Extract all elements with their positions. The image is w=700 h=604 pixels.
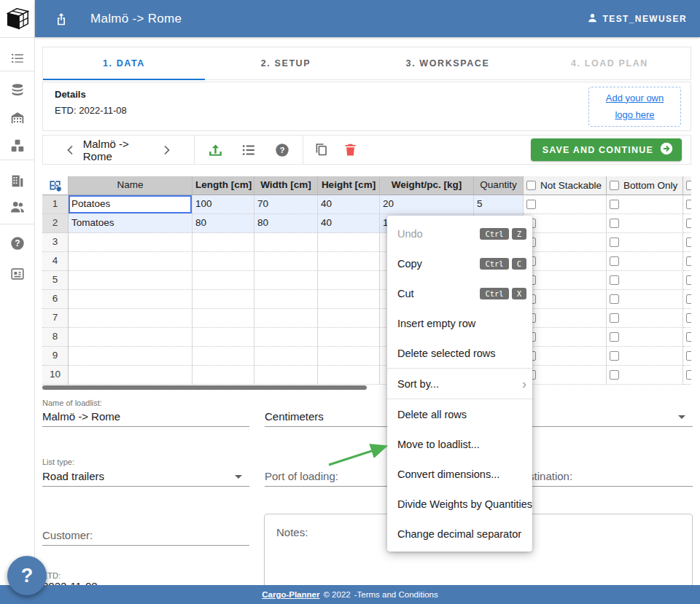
cell-height[interactable] — [318, 233, 380, 252]
row-number[interactable]: 10 — [42, 366, 69, 385]
cell-name[interactable] — [69, 309, 192, 328]
column-header-name[interactable]: Name — [69, 176, 192, 195]
row-number[interactable]: 7 — [42, 309, 69, 328]
cell-extra-checkbox[interactable] — [683, 233, 691, 252]
tab-data[interactable]: 1. DATA — [43, 47, 205, 79]
select-all-checkbox[interactable] — [686, 181, 691, 190]
row-number[interactable]: 1 — [42, 195, 69, 214]
checkbox[interactable] — [610, 238, 619, 247]
cell-name[interactable] — [69, 347, 192, 366]
cell-name[interactable] — [69, 233, 192, 252]
tab-setup[interactable]: 2. SETUP — [205, 47, 367, 79]
cell-length[interactable] — [192, 347, 254, 366]
row-number[interactable]: 9 — [42, 347, 69, 366]
checkbox[interactable] — [686, 238, 691, 247]
chevron-down-icon[interactable] — [678, 415, 685, 419]
cell-height[interactable] — [318, 347, 380, 366]
sidebar-item-equipment[interactable] — [9, 138, 26, 154]
cell-not_stackable-checkbox[interactable] — [524, 328, 607, 347]
sidebar-item-company[interactable] — [9, 173, 26, 189]
column-header-height[interactable]: Height [cm] — [318, 176, 380, 195]
checkbox[interactable] — [686, 370, 691, 380]
chevron-left-icon[interactable] — [59, 137, 83, 163]
cell-width[interactable]: 70 — [254, 195, 318, 214]
cell-bottom_only-checkbox[interactable] — [607, 214, 683, 233]
copy-rows-icon[interactable] — [308, 137, 334, 163]
cell-bottom_only-checkbox[interactable] — [607, 271, 683, 290]
cell-length[interactable]: 80 — [192, 214, 254, 233]
cell-extra-checkbox[interactable] — [683, 271, 691, 290]
footer-terms-link[interactable]: -Terms and Conditions — [354, 590, 438, 599]
cell-bottom_only-checkbox[interactable] — [607, 309, 683, 328]
app-logo[interactable] — [3, 4, 32, 34]
menu-item-delete-selected-rows[interactable]: Delete selected rows — [387, 338, 532, 368]
cell-name[interactable] — [69, 252, 192, 271]
cell-extra-checkbox[interactable] — [683, 328, 691, 347]
menu-item-divide-weights-by-quantities[interactable]: Divide Weights by Quantities — [387, 489, 532, 519]
cell-name[interactable] — [69, 366, 192, 385]
cell-extra-checkbox[interactable] — [683, 252, 691, 271]
cell-height[interactable] — [318, 328, 380, 347]
select-all-checkbox[interactable] — [526, 181, 536, 190]
chevron-down-icon[interactable] — [235, 475, 242, 479]
cell-length[interactable] — [192, 309, 254, 328]
menu-item-sort-by[interactable]: Sort by...› — [387, 369, 532, 399]
cell-not_stackable-checkbox[interactable] — [524, 309, 607, 328]
column-header-not_stackable[interactable]: Not Stackable — [524, 176, 607, 195]
sidebar-item-help[interactable]: ? — [9, 235, 26, 251]
cell-height[interactable] — [318, 309, 380, 328]
cell-extra-checkbox[interactable] — [683, 214, 691, 233]
cell-not_stackable-checkbox[interactable] — [524, 195, 607, 214]
menu-item-insert-empty-row[interactable]: Insert empty row — [387, 308, 532, 338]
cell-width[interactable]: 80 — [254, 214, 318, 233]
checkbox[interactable] — [526, 200, 536, 209]
cell-name[interactable]: Tomatoes — [69, 214, 192, 233]
menu-item-cut[interactable]: CutCtrlX — [387, 278, 532, 308]
cell-width[interactable] — [254, 271, 318, 290]
cell-extra-checkbox[interactable] — [683, 195, 691, 214]
cell-extra-checkbox[interactable] — [683, 309, 691, 328]
cell-extra-checkbox[interactable] — [683, 347, 691, 366]
row-number[interactable]: 6 — [42, 290, 69, 309]
cell-width[interactable] — [254, 366, 318, 385]
cell-width[interactable] — [254, 328, 318, 347]
cell-bottom_only-checkbox[interactable] — [607, 252, 683, 271]
add-logo-link[interactable]: Add your own logo here — [599, 90, 672, 124]
add-logo-dropzone[interactable]: Add your own logo here — [588, 87, 681, 127]
menu-item-move-to-loadlist[interactable]: Move to loadlist... — [387, 429, 532, 459]
menu-item-copy[interactable]: CopyCtrlC — [387, 248, 532, 278]
column-header-extra[interactable] — [683, 176, 691, 195]
cell-length[interactable]: 100 — [192, 195, 254, 214]
row-number[interactable]: 3 — [42, 233, 69, 252]
cell-name[interactable] — [69, 290, 192, 309]
cell-not_stackable-checkbox[interactable] — [524, 252, 607, 271]
checkbox[interactable] — [686, 256, 691, 266]
cell-extra-checkbox[interactable] — [683, 366, 691, 385]
cell-width[interactable] — [254, 347, 318, 366]
cell-name[interactable] — [69, 271, 192, 290]
cell-height[interactable] — [318, 290, 380, 309]
sidebar-item-warehouse[interactable] — [9, 110, 26, 126]
grid-horizontal-scrollbar[interactable] — [42, 385, 367, 390]
cell-not_stackable-checkbox[interactable] — [524, 271, 607, 290]
checkbox[interactable] — [686, 200, 691, 209]
loadlist-name-input[interactable]: Malmö -> Rome — [42, 410, 120, 423]
cell-length[interactable] — [192, 252, 254, 271]
row-number[interactable]: 4 — [42, 252, 69, 271]
menu-item-delete-all-rows[interactable]: Delete all rows — [387, 399, 532, 429]
cell-bottom_only-checkbox[interactable] — [607, 195, 683, 214]
cell-height[interactable] — [318, 271, 380, 290]
list-type-select[interactable]: Road trailers — [42, 470, 104, 482]
cell-length[interactable] — [192, 271, 254, 290]
tab-workspace[interactable]: 3. WORKSPACE — [367, 47, 529, 79]
cell-bottom_only-checkbox[interactable] — [607, 233, 683, 252]
table-settings-icon[interactable] — [42, 176, 69, 195]
checkbox[interactable] — [686, 275, 691, 285]
row-number[interactable]: 2 — [42, 214, 69, 233]
column-header-weight[interactable]: Weight/pc. [kg] — [380, 176, 474, 195]
cell-height[interactable] — [318, 366, 380, 385]
cell-height[interactable] — [318, 252, 380, 271]
checkbox[interactable] — [610, 332, 619, 342]
column-header-length[interactable]: Length [cm] — [192, 176, 254, 195]
cell-width[interactable] — [254, 290, 318, 309]
